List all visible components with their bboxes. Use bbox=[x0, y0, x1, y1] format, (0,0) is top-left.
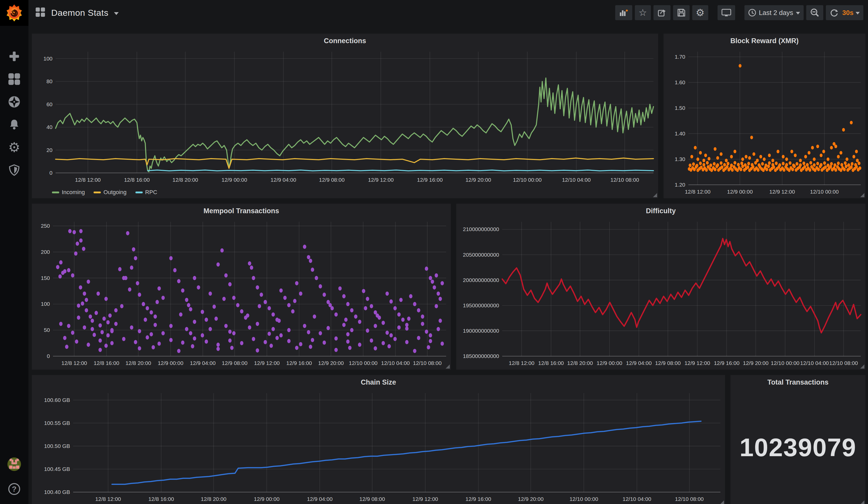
svg-text:12/9 00:00: 12/9 00:00 bbox=[221, 177, 247, 183]
dashboard-header: Daemon Stats ☆ ⚙ bbox=[29, 0, 868, 25]
panel-resize-handle[interactable] bbox=[653, 193, 657, 197]
svg-text:60: 60 bbox=[46, 101, 52, 107]
dashboard-toolbar: ☆ ⚙ bbox=[615, 5, 863, 20]
svg-text:12/9 00:00: 12/9 00:00 bbox=[727, 189, 753, 195]
panel-title-connections[interactable]: Connections bbox=[32, 34, 658, 48]
svg-text:12/9 12:00: 12/9 12:00 bbox=[684, 360, 710, 366]
share-dashboard-button[interactable] bbox=[653, 5, 671, 20]
share-icon bbox=[657, 8, 667, 18]
clock-icon bbox=[748, 9, 756, 17]
svg-text:12/8 20:00: 12/8 20:00 bbox=[173, 177, 198, 183]
chain-size-chart[interactable]: 100.40 GB100.45 GB100.50 GB100.55 GB100.… bbox=[32, 390, 725, 504]
save-dashboard-button[interactable] bbox=[673, 5, 690, 20]
add-panel-button[interactable] bbox=[615, 5, 632, 20]
star-dashboard-button[interactable]: ☆ bbox=[635, 5, 651, 20]
refresh-interval-label: 30s bbox=[843, 9, 854, 17]
legend-item-incoming[interactable]: Incoming bbox=[52, 189, 85, 196]
svg-text:12/10 00:00: 12/10 00:00 bbox=[349, 360, 378, 366]
avatar-icon bbox=[7, 456, 21, 472]
svg-text:12/9 00:00: 12/9 00:00 bbox=[254, 496, 279, 502]
panel-title-mempool[interactable]: Mempool Transactions bbox=[32, 204, 451, 218]
chevron-down-icon bbox=[856, 12, 860, 14]
svg-text:20: 20 bbox=[46, 147, 52, 153]
svg-text:250: 250 bbox=[41, 223, 50, 229]
plus-icon bbox=[9, 51, 20, 62]
svg-text:200: 200 bbox=[41, 249, 50, 255]
block-reward-chart[interactable]: 1.201.301.401.501.601.7012/8 12:0012/9 0… bbox=[663, 48, 865, 198]
tv-monitor-icon bbox=[721, 8, 732, 18]
svg-text:12/8 16:00: 12/8 16:00 bbox=[538, 360, 564, 366]
svg-text:12/8 20:00: 12/8 20:00 bbox=[125, 360, 151, 366]
sidebar-alerting-button[interactable] bbox=[7, 117, 21, 132]
sidebar-dashboards-button[interactable] bbox=[7, 72, 21, 86]
svg-text:205000000000: 205000000000 bbox=[463, 252, 499, 258]
svg-text:1.60: 1.60 bbox=[675, 79, 685, 85]
time-range-picker[interactable]: Last 2 days bbox=[744, 5, 804, 20]
difficulty-chart[interactable]: 1850000000001900000000001950000000002000… bbox=[456, 218, 865, 370]
panel-resize-handle[interactable] bbox=[720, 500, 724, 504]
legend-item-outgoing[interactable]: Outgoing bbox=[94, 189, 126, 196]
sidebar-server-admin-button[interactable] bbox=[7, 163, 21, 177]
help-icon: ? bbox=[8, 483, 20, 495]
dashboards-grid-icon bbox=[8, 73, 20, 85]
svg-text:195000000000: 195000000000 bbox=[463, 302, 499, 308]
svg-text:12/9 16:00: 12/9 16:00 bbox=[417, 177, 443, 183]
connections-chart[interactable]: 02040608010012/8 12:0012/8 16:0012/8 20:… bbox=[32, 48, 658, 186]
svg-text:100: 100 bbox=[43, 55, 52, 62]
svg-text:12/9 20:00: 12/9 20:00 bbox=[466, 177, 491, 183]
panel-resize-handle[interactable] bbox=[860, 500, 864, 504]
svg-text:12/8 12:00: 12/8 12:00 bbox=[685, 189, 710, 195]
panel-title-difficulty[interactable]: Difficulty bbox=[456, 204, 865, 218]
panel-resize-handle[interactable] bbox=[860, 193, 864, 197]
svg-text:12/9 20:00: 12/9 20:00 bbox=[743, 360, 768, 366]
compass-icon bbox=[8, 95, 21, 108]
star-icon: ☆ bbox=[639, 8, 647, 17]
save-icon bbox=[677, 8, 686, 17]
gear-icon: ⚙ bbox=[8, 141, 20, 154]
svg-text:12/10 08:00: 12/10 08:00 bbox=[675, 496, 704, 502]
svg-text:12/9 00:00: 12/9 00:00 bbox=[597, 360, 622, 366]
svg-text:1.40: 1.40 bbox=[675, 131, 685, 136]
user-avatar[interactable] bbox=[7, 457, 21, 471]
panel-title-total-transactions[interactable]: Total Transactions bbox=[731, 375, 865, 390]
svg-text:12/9 20:00: 12/9 20:00 bbox=[518, 496, 544, 502]
sidebar-configuration-button[interactable]: ⚙ bbox=[7, 140, 21, 155]
svg-text:100.40 GB: 100.40 GB bbox=[44, 489, 70, 495]
panel-title-block-reward[interactable]: Block Reward (XMR) bbox=[663, 34, 865, 48]
panel-block-reward: Block Reward (XMR) 1.201.301.401.501.601… bbox=[663, 34, 865, 198]
help-button[interactable]: ? bbox=[7, 482, 21, 496]
svg-text:0: 0 bbox=[49, 170, 52, 176]
dashboard-title-button[interactable]: Daemon Stats bbox=[35, 7, 118, 18]
gear-icon: ⚙ bbox=[696, 8, 705, 18]
cycle-view-mode-button[interactable] bbox=[717, 5, 735, 20]
zoom-out-time-button[interactable] bbox=[806, 5, 823, 20]
svg-text:12/10 00:00: 12/10 00:00 bbox=[810, 189, 839, 195]
panel-connections: Connections 02040608010012/8 12:0012/8 1… bbox=[32, 34, 658, 198]
svg-text:12/8 16:00: 12/8 16:00 bbox=[94, 360, 119, 366]
svg-text:12/9 04:00: 12/9 04:00 bbox=[307, 496, 332, 502]
chevron-down-icon bbox=[114, 12, 118, 15]
mempool-chart[interactable]: 05010015020025012/8 12:0012/8 16:0012/8 … bbox=[32, 218, 451, 370]
svg-text:12/9 04:00: 12/9 04:00 bbox=[190, 360, 216, 366]
svg-text:12/8 16:00: 12/8 16:00 bbox=[148, 496, 174, 502]
panel-resize-handle[interactable] bbox=[446, 364, 450, 369]
sidebar-explore-button[interactable] bbox=[7, 95, 21, 109]
grafana-logo[interactable] bbox=[0, 0, 29, 26]
svg-text:12/9 12:00: 12/9 12:00 bbox=[769, 189, 795, 195]
svg-text:12/10 04:00: 12/10 04:00 bbox=[562, 177, 591, 183]
panel-title-chain-size[interactable]: Chain Size bbox=[32, 375, 725, 390]
svg-text:100.60 GB: 100.60 GB bbox=[44, 397, 70, 403]
sidebar-create-button[interactable] bbox=[7, 49, 21, 64]
total-transactions-value: 10239079 bbox=[731, 390, 865, 504]
svg-text:12/8 12:00: 12/8 12:00 bbox=[509, 360, 534, 366]
dashboard-settings-button[interactable]: ⚙ bbox=[692, 5, 708, 20]
grafana-flame-icon bbox=[5, 3, 24, 22]
svg-text:100: 100 bbox=[41, 301, 50, 307]
svg-text:190000000000: 190000000000 bbox=[463, 328, 499, 334]
side-menu: ⚙ ? bbox=[0, 0, 29, 504]
legend-swatch-icon bbox=[52, 192, 59, 193]
refresh-picker[interactable]: 30s bbox=[826, 5, 863, 20]
svg-text:12/10 08:00: 12/10 08:00 bbox=[413, 360, 442, 366]
legend-item-rpc[interactable]: RPC bbox=[135, 189, 157, 196]
panel-resize-handle[interactable] bbox=[860, 364, 864, 369]
